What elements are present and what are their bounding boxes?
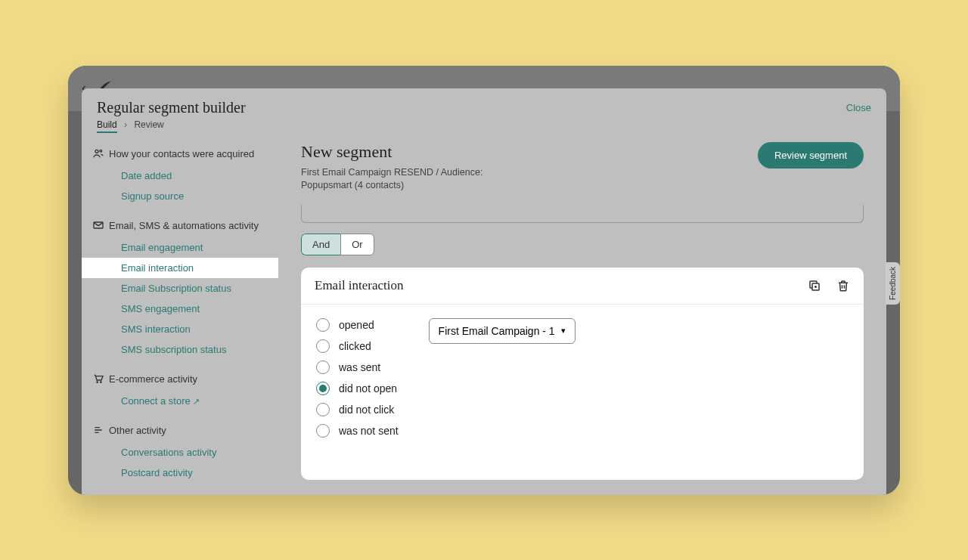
svg-point-1 [100,150,102,152]
modal-title: Regular segment builder [97,99,246,116]
sidebar-item-connect-store[interactable]: Connect a store↗ [82,391,278,411]
cart-icon [92,373,104,385]
segment-builder-modal: Regular segment builder Build › Review C… [82,88,886,495]
breadcrumb-review[interactable]: Review [134,119,163,130]
sidebar-item-email-interaction[interactable]: Email interaction [82,258,278,278]
radio-icon [316,339,330,353]
list-icon [92,424,104,436]
radio-clicked[interactable]: clicked [316,339,399,353]
main-panel: New segment First Email Campaign RESEND … [278,135,886,495]
svg-point-3 [97,382,98,382]
radio-icon [316,403,330,416]
chevron-down-icon: ▾ [561,326,566,336]
duplicate-icon[interactable] [808,279,821,292]
sidebar-item-sms-subscription[interactable]: SMS subscription status [82,339,278,360]
review-segment-button[interactable]: Review segment [758,142,864,169]
radio-did-not-open[interactable]: did not open [316,382,399,395]
radio-did-not-click[interactable]: did not click [316,403,399,416]
previous-condition-box [301,205,864,223]
radio-icon [316,360,330,374]
sidebar-group-email-sms: Email, SMS & automations activity [82,214,278,237]
radio-opened[interactable]: opened [316,318,399,332]
radio-was-sent[interactable]: was sent [316,360,399,374]
sidebar-item-conversations[interactable]: Conversations activity [82,442,278,463]
radio-icon [316,424,330,438]
trash-icon[interactable] [836,279,850,292]
modal-header: Regular segment builder Build › Review C… [82,88,886,135]
breadcrumb-build[interactable]: Build [97,119,117,133]
contacts-icon [92,147,104,159]
radio-icon [316,382,330,395]
svg-point-4 [101,382,101,382]
and-or-toggle: And Or [301,234,864,255]
segment-title: New segment [301,142,528,162]
card-title: Email interaction [315,278,404,293]
condition-card: Email interaction opened clicked was sen… [301,268,864,480]
sidebar-item-postcard[interactable]: Postcard activity [82,463,278,483]
app-window: ‹ Regular segment builder Build › Review… [68,66,900,495]
sidebar: How your contacts were acquired Date add… [82,135,278,495]
external-link-icon: ↗ [193,397,200,406]
svg-point-0 [95,150,98,153]
sidebar-item-email-engagement[interactable]: Email engagement [82,237,278,258]
radio-was-not-sent[interactable]: was not sent [316,424,399,438]
main-header: New segment First Email Campaign RESEND … [301,142,864,193]
campaign-select[interactable]: First Email Campaign - 1 ▾ [429,318,576,344]
sidebar-item-email-subscription[interactable]: Email Subscription status [82,278,278,299]
sidebar-group-acquisition: How your contacts were acquired [82,142,278,166]
radio-icon [316,318,330,332]
sidebar-item-signup-source[interactable]: Signup source [82,186,278,206]
sidebar-item-sms-interaction[interactable]: SMS interaction [82,319,278,339]
breadcrumb: Build › Review [97,119,246,130]
or-button[interactable]: Or [340,234,374,255]
sidebar-group-ecommerce: E-commerce activity [82,367,278,391]
envelope-icon [92,219,104,231]
sidebar-group-other: Other activity [82,419,278,442]
close-button[interactable]: Close [846,99,871,113]
card-body: opened clicked was sent did not open did… [301,305,864,451]
modal-body: How your contacts were acquired Date add… [82,135,886,495]
card-header: Email interaction [301,268,864,305]
feedback-tab[interactable]: Feedback [886,262,900,305]
segment-subtitle: First Email Campaign RESEND / Audience: … [301,166,528,193]
sidebar-item-sms-engagement[interactable]: SMS engagement [82,299,278,319]
sidebar-item-date-added[interactable]: Date added [82,166,278,186]
and-button[interactable]: And [301,234,340,255]
radio-group: opened clicked was sent did not open did… [316,318,399,438]
chevron-right-icon: › [124,119,127,130]
